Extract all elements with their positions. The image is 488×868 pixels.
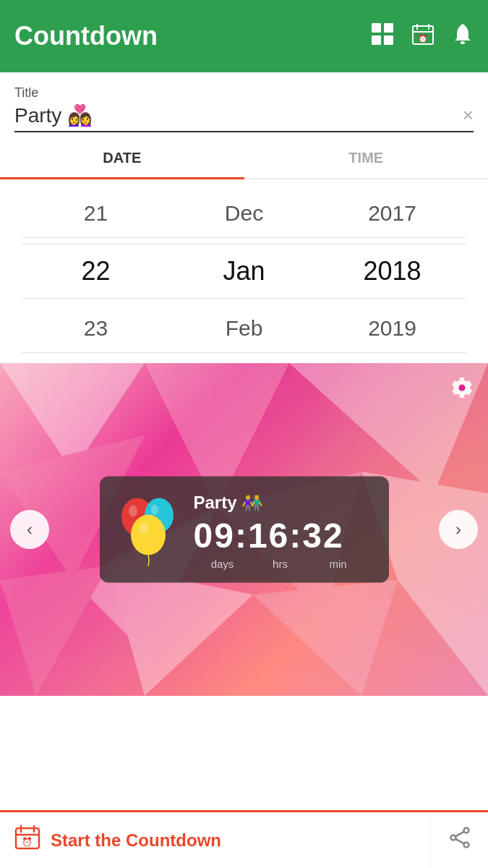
svg-point-25 — [129, 505, 137, 516]
svg-point-26 — [151, 504, 158, 514]
chevron-left-icon: ‹ — [27, 519, 33, 540]
preview-section: ‹ › Party 👫 09:16:32 days hrs — [0, 363, 488, 696]
header-icons: ⏰ — [371, 22, 474, 51]
picker-year-bottom[interactable]: 2019 — [318, 305, 466, 353]
picker-row-selected: 22 Jan 2018 — [0, 241, 488, 302]
svg-marker-18 — [108, 566, 253, 696]
carousel-next-button[interactable]: › — [439, 510, 478, 549]
picker-year-top[interactable]: 2017 — [318, 190, 466, 238]
svg-point-33 — [463, 828, 468, 833]
carousel-prev-button[interactable]: ‹ — [10, 510, 49, 549]
chevron-right-icon: › — [455, 519, 461, 540]
svg-rect-3 — [384, 35, 393, 45]
settings-icon[interactable] — [450, 376, 474, 405]
svg-line-36 — [455, 832, 463, 836]
bottom-bar: ⏰ Start the Countdown — [0, 810, 488, 868]
widget-label-hrs: hrs — [252, 558, 309, 570]
start-label: Start the Countdown — [51, 830, 221, 851]
title-label: Title — [14, 85, 474, 101]
grid-icon[interactable] — [371, 22, 394, 51]
tab-bar: DATE TIME — [0, 138, 488, 179]
picker-month-selected[interactable]: Jan — [170, 244, 318, 299]
countdown-widget: Party 👫 09:16:32 days hrs min — [100, 477, 389, 583]
app-header: Countdown ⏰ — [0, 0, 488, 72]
picker-row-top: 21 Dec 2017 — [0, 187, 488, 241]
widget-labels: days hrs min — [194, 558, 367, 570]
app-title: Countdown — [14, 21, 371, 51]
svg-point-21 — [459, 385, 466, 391]
tab-date[interactable]: DATE — [0, 138, 244, 178]
widget-info: Party 👫 09:16:32 days hrs min — [194, 493, 367, 570]
svg-point-24 — [131, 514, 166, 555]
date-picker: 21 Dec 2017 22 Jan 2018 23 Feb 2019 — [0, 179, 488, 363]
svg-text:⏰: ⏰ — [22, 836, 33, 847]
title-input[interactable] — [14, 103, 463, 127]
clear-icon[interactable]: × — [463, 104, 474, 127]
title-section: Title × — [0, 72, 488, 138]
svg-point-34 — [450, 835, 455, 841]
share-icon — [449, 827, 471, 854]
balloon-decoration — [116, 495, 181, 567]
picker-day-selected[interactable]: 22 — [22, 244, 170, 299]
svg-point-35 — [463, 843, 468, 848]
widget-time: 09:16:32 — [194, 519, 367, 553]
share-button[interactable] — [430, 812, 488, 868]
widget-label-min: min — [309, 558, 367, 570]
widget-title: Party 👫 — [194, 493, 367, 513]
svg-rect-2 — [372, 35, 381, 45]
widget-label-days: days — [194, 558, 252, 570]
picker-month-top[interactable]: Dec — [170, 190, 318, 238]
svg-point-27 — [140, 522, 148, 534]
svg-text:⏰: ⏰ — [418, 33, 428, 43]
tab-time[interactable]: TIME — [244, 138, 489, 178]
countdown-start-icon: ⏰ — [14, 825, 40, 856]
picker-day-bottom[interactable]: 23 — [22, 305, 170, 353]
bell-icon[interactable] — [452, 22, 474, 51]
picker-year-selected[interactable]: 2018 — [318, 244, 466, 299]
svg-rect-1 — [384, 23, 393, 33]
picker-day-top[interactable]: 21 — [22, 190, 170, 238]
svg-line-37 — [455, 839, 463, 843]
calendar-icon[interactable]: ⏰ — [411, 22, 435, 51]
svg-point-9 — [461, 41, 465, 44]
svg-marker-19 — [253, 580, 398, 696]
svg-marker-17 — [0, 566, 108, 696]
picker-month-bottom[interactable]: Feb — [170, 305, 318, 353]
start-countdown-button[interactable]: ⏰ Start the Countdown — [0, 825, 430, 856]
svg-rect-0 — [372, 23, 381, 33]
title-input-row: × — [14, 103, 474, 132]
picker-row-bottom: 23 Feb 2019 — [0, 302, 488, 356]
